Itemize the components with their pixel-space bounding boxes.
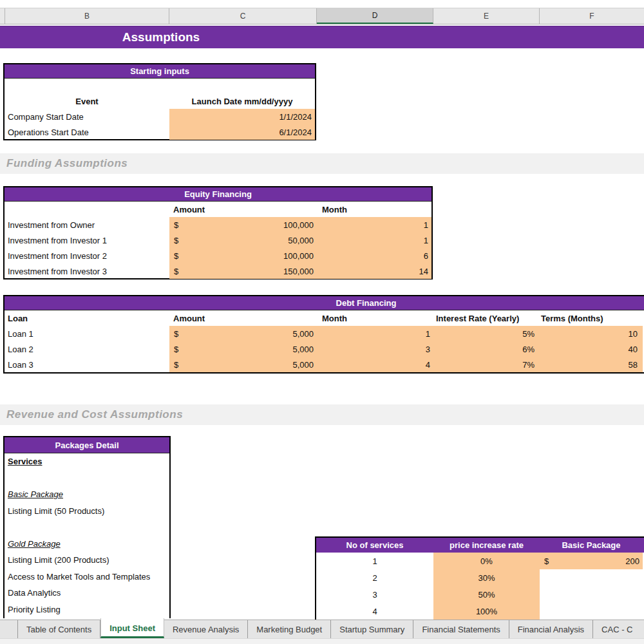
service-count-cell[interactable]: 2 bbox=[316, 569, 433, 586]
currency-symbol: $ bbox=[174, 236, 178, 245]
package-row[interactable]: Priority Listing bbox=[5, 601, 169, 618]
equity-label-cell[interactable]: Investment from Owner bbox=[5, 217, 169, 232]
service-count-cell[interactable]: 4 bbox=[316, 603, 433, 620]
starting-inputs-title: Starting inputs bbox=[5, 64, 315, 79]
month-input-cell[interactable]: 4 bbox=[317, 357, 433, 372]
package-row[interactable] bbox=[5, 519, 169, 536]
table-row: 2 30% bbox=[316, 569, 644, 586]
currency-symbol: $ bbox=[174, 345, 178, 354]
starting-inputs-table: Starting inputs Event Launch Date mm/dd/… bbox=[3, 63, 316, 140]
column-header-b[interactable]: B bbox=[5, 8, 169, 24]
table-row: Company Start Date 1/1/2024 bbox=[5, 109, 315, 124]
column-header-d-selected[interactable]: D bbox=[317, 8, 433, 24]
equity-label-cell[interactable]: Investment from Investor 1 bbox=[5, 232, 169, 248]
amount-input-cell[interactable]: $150,000 bbox=[169, 263, 317, 279]
amount-column-header: Amount bbox=[169, 202, 317, 217]
equity-label-cell[interactable]: Investment from Investor 2 bbox=[5, 248, 169, 263]
month-input-cell[interactable]: 14 bbox=[317, 263, 431, 279]
interest-input-cell[interactable]: 5% bbox=[433, 326, 540, 341]
table-row: Investment from Investor 1 $50,000 1 bbox=[5, 232, 431, 248]
amount-input-cell[interactable]: $5,000 bbox=[169, 357, 317, 372]
page-title: Assumptions bbox=[0, 26, 322, 48]
no-of-services-column-header: No of services bbox=[316, 538, 433, 553]
month-input-cell[interactable]: 3 bbox=[317, 341, 433, 357]
package-row[interactable] bbox=[5, 470, 169, 487]
loan-label-cell[interactable]: Loan 3 bbox=[5, 357, 169, 372]
section-heading: Funding Assumptions bbox=[0, 157, 128, 170]
terms-input-cell[interactable]: 10 bbox=[540, 326, 643, 341]
tab-bar-spacer bbox=[0, 620, 18, 638]
month-input-cell[interactable]: 1 bbox=[317, 232, 431, 248]
tab-financial-analysis[interactable]: Financial Analysis bbox=[509, 620, 593, 638]
spreadsheet-app: B C D E F Assumptions Starting inputs Ev… bbox=[0, 0, 644, 644]
debt-financing-table: Debt Financing Loan Amount Month Interes… bbox=[3, 295, 644, 374]
month-input-cell[interactable]: 1 bbox=[317, 217, 431, 232]
package-row[interactable]: Listing Limit (200 Products) bbox=[5, 552, 169, 569]
amount-input-cell[interactable]: $5,000 bbox=[169, 341, 317, 357]
package-row[interactable]: Data Analytics bbox=[5, 585, 169, 601]
table-row: Loan 1 $5,000 1 5% 10 bbox=[5, 326, 644, 341]
tab-revenue-analysis[interactable]: Revenue Analysis bbox=[164, 620, 248, 638]
tab-financial-statements[interactable]: Financial Statements bbox=[413, 620, 509, 638]
month-input-cell[interactable]: 1 bbox=[317, 326, 433, 341]
rate-input-cell[interactable]: 30% bbox=[433, 569, 540, 586]
service-count-cell[interactable]: 1 bbox=[316, 553, 433, 569]
section-heading: Revenue and Cost Assumptions bbox=[0, 408, 183, 421]
service-count-cell[interactable]: 3 bbox=[316, 586, 433, 603]
table-row: Investment from Investor 2 $100,000 6 bbox=[5, 248, 431, 263]
basic-package-column-header: Basic Package bbox=[540, 538, 643, 553]
tab-startup-summary[interactable]: Startup Summary bbox=[331, 620, 413, 638]
table-row: 3 50% bbox=[316, 586, 644, 603]
package-row[interactable]: Listing Limit (50 Products) bbox=[5, 503, 169, 520]
currency-symbol: $ bbox=[174, 360, 178, 370]
equity-financing-title: Equity Financing bbox=[5, 187, 431, 202]
terms-input-cell[interactable]: 40 bbox=[540, 341, 643, 357]
column-header-c[interactable]: C bbox=[169, 8, 317, 24]
package-row[interactable]: Services bbox=[5, 453, 169, 470]
rate-input-cell[interactable]: 100% bbox=[433, 603, 540, 620]
event-label-cell[interactable]: Operations Start Date bbox=[5, 124, 169, 140]
amount-input-cell[interactable]: $5,000 bbox=[169, 326, 317, 341]
amount-input-cell[interactable]: $100,000 bbox=[169, 248, 317, 263]
rate-input-cell[interactable]: 50% bbox=[433, 586, 540, 603]
column-header-a-sliver[interactable] bbox=[0, 8, 5, 24]
equity-financing-table: Equity Financing Amount Month Investment… bbox=[3, 186, 433, 279]
interest-input-cell[interactable]: 6% bbox=[433, 341, 540, 357]
table-row: Operations Start Date 6/1/2024 bbox=[5, 124, 315, 140]
price-cell-empty[interactable] bbox=[540, 586, 643, 603]
column-header-f[interactable]: F bbox=[540, 8, 644, 24]
launch-date-input-cell[interactable]: 6/1/2024 bbox=[169, 124, 315, 140]
amount-column-header: Amount bbox=[169, 310, 317, 326]
equity-label-cell[interactable]: Investment from Investor 3 bbox=[5, 263, 169, 279]
package-row[interactable]: Gold Package bbox=[5, 536, 169, 553]
price-cell-empty[interactable] bbox=[540, 569, 643, 586]
currency-symbol: $ bbox=[174, 220, 178, 230]
tab-marketing-budget[interactable]: Marketing Budget bbox=[248, 620, 331, 638]
package-row[interactable]: Access to Market Tools and Templates bbox=[5, 569, 169, 585]
currency-symbol: $ bbox=[174, 251, 178, 261]
event-label-cell[interactable]: Company Start Date bbox=[5, 109, 169, 124]
terms-input-cell[interactable]: 58 bbox=[540, 357, 643, 372]
loan-label-cell[interactable]: Loan 1 bbox=[5, 326, 169, 341]
interest-input-cell[interactable]: 7% bbox=[433, 357, 540, 372]
tab-input-sheet-active[interactable]: Input Sheet bbox=[100, 618, 164, 638]
table-row: 1 0% $200 bbox=[316, 553, 644, 569]
amount-input-cell[interactable]: $50,000 bbox=[169, 232, 317, 248]
currency-symbol: $ bbox=[174, 267, 178, 276]
tab-cac-cutoff[interactable]: CAC - C bbox=[593, 620, 641, 638]
currency-symbol: $ bbox=[544, 556, 549, 566]
column-header-e[interactable]: E bbox=[433, 8, 540, 24]
interest-rate-column-header: Interest Rate (Yearly) bbox=[433, 310, 540, 326]
event-column-header: Event bbox=[5, 93, 169, 109]
amount-input-cell[interactable]: $100,000 bbox=[169, 217, 317, 232]
launch-date-input-cell[interactable]: 1/1/2024 bbox=[169, 109, 315, 124]
price-cell-empty[interactable] bbox=[540, 603, 643, 620]
loan-label-cell[interactable]: Loan 2 bbox=[5, 341, 169, 357]
price-input-cell[interactable]: $200 bbox=[540, 553, 643, 569]
tab-table-of-contents[interactable]: Table of Contents bbox=[18, 620, 100, 638]
rate-input-cell[interactable]: 0% bbox=[433, 553, 540, 569]
sheet-tab-bar: Table of Contents Input Sheet Revenue An… bbox=[0, 620, 644, 638]
package-row[interactable]: Basic Package bbox=[5, 486, 169, 503]
blank-row[interactable] bbox=[5, 79, 315, 93]
month-input-cell[interactable]: 6 bbox=[317, 248, 431, 263]
